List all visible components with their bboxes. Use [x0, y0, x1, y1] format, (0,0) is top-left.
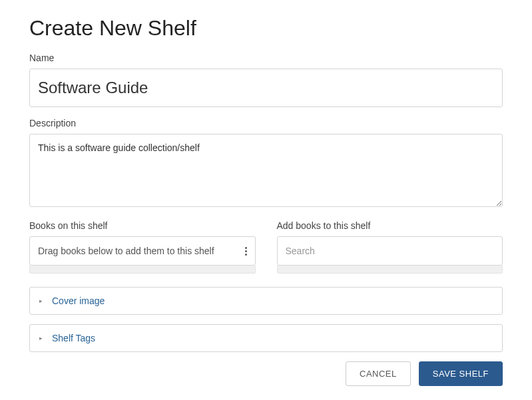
add-books-footer	[277, 266, 503, 274]
shelf-tags-label: Shelf Tags	[52, 333, 95, 343]
save-shelf-button[interactable]: SAVE SHELF	[419, 361, 503, 386]
more-vertical-icon[interactable]	[245, 247, 247, 256]
description-textarea[interactable]: This is a software guide collection/shel…	[29, 134, 503, 207]
books-on-shelf-hint: Drag books below to add them to this she…	[38, 246, 214, 256]
page-title: Create New Shelf	[29, 16, 503, 41]
name-label: Name	[29, 53, 503, 63]
add-books-search-input[interactable]	[277, 236, 503, 266]
cover-image-collapsible[interactable]: ▸ Cover image	[29, 287, 503, 315]
description-label: Description	[29, 118, 503, 128]
cancel-button[interactable]: CANCEL	[346, 361, 411, 386]
name-input[interactable]	[29, 69, 503, 107]
add-books-label: Add books to this shelf	[277, 220, 503, 231]
books-on-shelf-label: Books on this shelf	[29, 220, 256, 231]
shelf-tags-collapsible[interactable]: ▸ Shelf Tags	[29, 324, 503, 352]
books-on-shelf-dropzone[interactable]: Drag books below to add them to this she…	[29, 236, 256, 266]
chevron-right-icon: ▸	[39, 298, 43, 304]
chevron-right-icon: ▸	[39, 335, 43, 341]
books-on-shelf-footer	[29, 266, 256, 274]
cover-image-label: Cover image	[52, 296, 105, 306]
